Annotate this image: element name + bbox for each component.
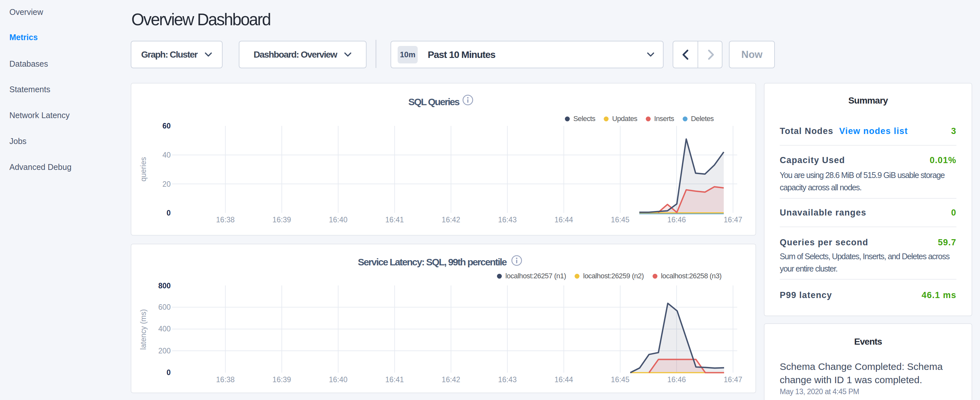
svg-text:16:42: 16:42 <box>442 215 460 224</box>
svg-text:16:46: 16:46 <box>667 375 686 384</box>
svg-text:16:47: 16:47 <box>724 375 743 384</box>
svg-text:800: 800 <box>158 282 170 290</box>
svg-text:16:38: 16:38 <box>216 215 235 224</box>
svg-text:16:39: 16:39 <box>272 215 291 224</box>
svg-text:16:47: 16:47 <box>724 215 743 224</box>
svg-text:16:43: 16:43 <box>498 375 517 384</box>
svg-text:400: 400 <box>158 325 170 333</box>
svg-text:16:42: 16:42 <box>442 375 460 384</box>
svg-text:40: 40 <box>162 151 171 159</box>
svg-text:20: 20 <box>162 180 171 188</box>
svg-text:600: 600 <box>158 303 170 311</box>
svg-text:16:43: 16:43 <box>498 215 517 224</box>
svg-text:16:46: 16:46 <box>667 215 686 224</box>
svg-text:0: 0 <box>167 209 171 217</box>
svg-text:200: 200 <box>158 347 170 355</box>
svg-text:16:45: 16:45 <box>611 375 630 384</box>
svg-text:latency (ms): latency (ms) <box>139 309 148 349</box>
svg-text:16:44: 16:44 <box>555 215 573 224</box>
svg-text:16:40: 16:40 <box>329 375 348 384</box>
svg-text:60: 60 <box>162 122 171 130</box>
svg-text:16:40: 16:40 <box>329 215 348 224</box>
svg-text:16:41: 16:41 <box>385 375 404 384</box>
svg-text:0: 0 <box>167 368 171 377</box>
svg-text:16:44: 16:44 <box>555 375 573 384</box>
svg-text:16:45: 16:45 <box>611 215 630 224</box>
svg-text:queries: queries <box>139 157 148 181</box>
svg-text:16:41: 16:41 <box>385 215 404 224</box>
svg-text:16:38: 16:38 <box>216 375 235 384</box>
svg-text:16:39: 16:39 <box>272 375 291 384</box>
